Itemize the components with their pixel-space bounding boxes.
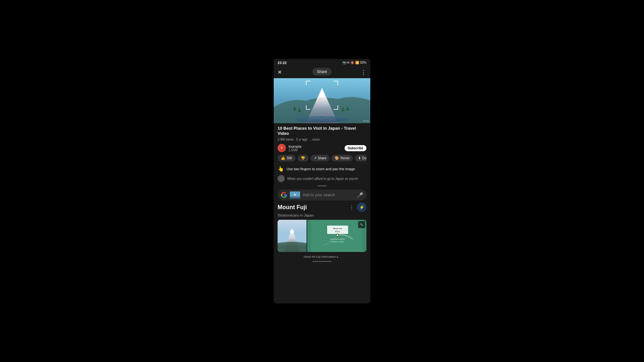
entity-images: Mount Fuji 富士山 uous peak & highest mount… — [278, 220, 366, 252]
entity-follow-button[interactable]: ⚡ — [357, 202, 366, 212]
video-more-link[interactable]: ...more — [310, 138, 320, 141]
notification-icons: 📷 ✉ — [342, 61, 350, 64]
bottom-scroll-bar — [274, 260, 370, 263]
dislike-button[interactable]: 👎 — [298, 155, 308, 162]
watermark: europi — [363, 120, 369, 122]
drag-handle[interactable] — [274, 184, 370, 188]
video-info: 10 Best Places to Visit in Japan - Trave… — [274, 123, 370, 164]
scan-corner-tl — [306, 81, 310, 85]
subscribe-button[interactable]: Subscribe — [345, 145, 366, 151]
entity-subtitle: Stratovolcano in Japan — [278, 213, 366, 217]
fuji-photo-svg — [278, 220, 307, 252]
entity-more-button[interactable]: ⋮ — [349, 204, 354, 210]
share-tooltip: Share — [312, 68, 332, 76]
download-label: Dow — [362, 156, 366, 160]
dislike-icon: 👎 — [301, 156, 305, 160]
entity-header: Mount Fuji ⋮ ⚡ — [278, 202, 366, 212]
bottom-peek-text: About Mt Fuji information a... — [278, 255, 366, 258]
svg-rect-8 — [327, 226, 348, 234]
like-button[interactable]: 👍 30K — [278, 155, 296, 162]
drag-line — [317, 185, 327, 186]
video-age: 3 yr ago — [296, 138, 308, 141]
map-expand-button[interactable]: ⤡ — [358, 221, 365, 228]
svg-text:Mount Fuji: Mount Fuji — [333, 227, 342, 229]
scan-overlay — [306, 81, 338, 110]
download-button[interactable]: ⬇ Dow — [355, 155, 366, 162]
entity-title: Mount Fuji — [278, 204, 307, 211]
entity-photo — [278, 220, 307, 252]
zoom-hint-icon: 👆 — [278, 166, 284, 172]
action-buttons: 👍 30K 👎 ↗ Share 🎨 Remix ⬇ Dow — [278, 155, 366, 162]
comment-preview[interactable]: When you couldn't afford to go to Japan … — [274, 174, 370, 184]
close-button[interactable]: ✕ — [278, 69, 282, 75]
map-svg: Mount Fuji 富士山 uous peak & highest mount… — [307, 220, 366, 252]
zoom-hint-bar: 👆 Use two fingers to zoom and pan the im… — [274, 163, 370, 174]
share-label: Share — [318, 156, 327, 160]
video-thumbnail: europi — [274, 78, 370, 123]
search-image-thumbnail — [290, 191, 300, 199]
battery-signal: 🔇 📶 93% — [350, 61, 366, 64]
top-bar: ✕ G ⋮ Share — [274, 67, 370, 78]
channel-subscribers: 1.55M — [289, 148, 301, 152]
more-options-button[interactable]: ⋮ — [361, 69, 366, 76]
view-count: 2.9M views — [278, 138, 294, 141]
video-player[interactable]: europi — [274, 78, 370, 123]
status-icons: 📷 ✉ 🔇 📶 93% — [342, 61, 366, 64]
share-icon: ↗ — [314, 156, 317, 160]
follow-icon: ⚡ — [359, 205, 365, 210]
remix-button[interactable]: 🎨 Remix — [331, 155, 353, 162]
scan-corner-tr — [334, 81, 338, 85]
svg-text:mountain in Japan: mountain in Japan — [331, 241, 344, 243]
channel-row: T touropia 1.55M Subscribe — [278, 144, 366, 152]
share-button[interactable]: ↗ Share — [310, 155, 330, 162]
google-logo-icon — [281, 192, 287, 198]
commenter-avatar — [278, 175, 285, 182]
svg-text:富士山: 富士山 — [335, 230, 340, 232]
download-icon: ⬇ — [358, 156, 361, 160]
like-count: 30K — [287, 156, 292, 160]
video-title: 10 Best Places to Visit in Japan - Trave… — [278, 126, 366, 137]
channel-details: touropia 1.55M — [289, 144, 301, 152]
status-time: 23:22 — [278, 61, 287, 65]
scan-corner-bl — [306, 105, 310, 110]
video-meta: 2.9M views 3 yr ago ...more — [278, 138, 366, 141]
search-thumb-fuji — [290, 191, 300, 199]
scroll-indicator — [312, 261, 332, 262]
search-bar[interactable]: Add to your search 🎤 — [278, 190, 366, 200]
svg-text:uous peak & highest: uous peak & highest — [330, 238, 345, 240]
channel-avatar: T — [278, 144, 286, 152]
comment-text: When you couldn't afford to go to Japan … — [287, 177, 358, 181]
channel-name[interactable]: touropia — [289, 144, 301, 148]
phone-screen: 23:22 📷 ✉ 🔇 📶 93% ✕ G ⋮ Share — [274, 59, 370, 303]
expand-icon: ⤡ — [360, 222, 363, 227]
status-bar: 23:22 📷 ✉ 🔇 📶 93% — [274, 59, 370, 67]
remix-label: Remix — [340, 156, 349, 160]
like-icon: 👍 — [281, 156, 285, 160]
scan-corner-br — [334, 105, 338, 110]
mic-icon[interactable]: 🎤 — [357, 192, 363, 198]
search-input[interactable]: Add to your search — [303, 193, 354, 197]
svg-point-12 — [337, 235, 338, 236]
channel-info: T touropia 1.55M — [278, 144, 301, 152]
zoom-hint-text: Use two fingers to zoom and pan the imag… — [287, 167, 355, 171]
entity-map[interactable]: Mount Fuji 富士山 uous peak & highest mount… — [307, 220, 366, 252]
svg-rect-3 — [290, 197, 300, 199]
entity-card: Mount Fuji ⋮ ⚡ Stratovolcano in Japan — [274, 202, 370, 254]
remix-icon: 🎨 — [335, 156, 339, 160]
entity-header-actions: ⋮ ⚡ — [349, 202, 366, 212]
phone-frame: 23:22 📷 ✉ 🔇 📶 93% ✕ G ⋮ Share — [274, 59, 370, 303]
bottom-peek-section: About Mt Fuji information a... — [274, 254, 370, 260]
